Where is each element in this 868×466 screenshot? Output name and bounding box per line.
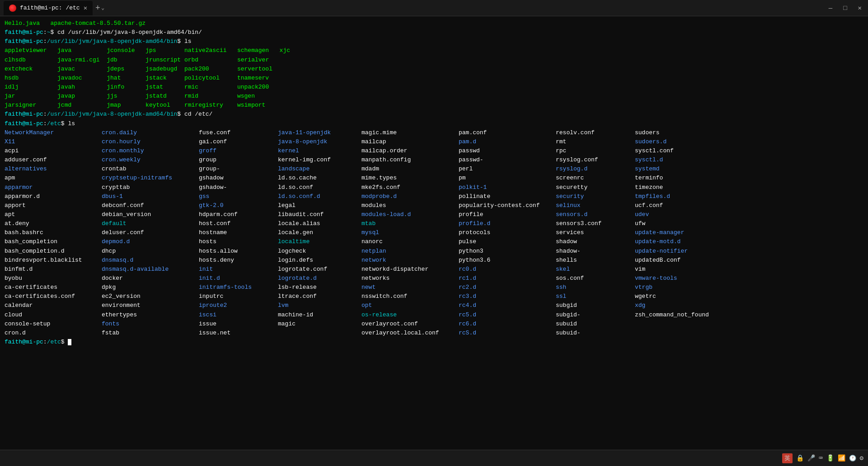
- taskbar-icon-lock: 🔒: [796, 454, 804, 462]
- ls-col8: sudoers sudoers.d sysctl.conf sysctl.d s…: [635, 128, 732, 338]
- taskbar-icon-mic: 🎤: [807, 454, 815, 462]
- taskbar-icon-keyboard: ⌨: [819, 454, 822, 462]
- line-8: idlj javah jinfo jstat rmic unpack200: [5, 83, 863, 92]
- tab-chevron-btn[interactable]: ⌄: [101, 5, 104, 11]
- new-tab-btn[interactable]: +: [95, 4, 100, 13]
- window-controls: — □ ✕: [826, 3, 864, 13]
- maximize-btn[interactable]: □: [840, 4, 849, 13]
- taskbar-icon-settings[interactable]: ⚙: [860, 454, 863, 462]
- line-2: faith@mi-pc:~$ cd /usr/lib/jvm/java-8-op…: [5, 28, 863, 37]
- ls-col2: cron.daily cron.hourly cron.monthly cron…: [102, 128, 199, 338]
- ls-etc-output: NetworkManager X11 acpi adduser.conf alt…: [5, 128, 863, 338]
- terminal-window: faith@mi-pc: /etc ✕ + ⌄ — □ ✕ Hello.java…: [0, 0, 868, 466]
- minimize-btn[interactable]: —: [826, 4, 835, 13]
- line-4: appletviewer java jconsole jps native2as…: [5, 46, 863, 55]
- ls-col7: resolv.conf rmt rpc rsyslog.conf rsyslog…: [556, 128, 635, 338]
- terminal-body[interactable]: Hello.java apache-tomcat-8.5.50.tar.gz f…: [0, 16, 868, 450]
- ls-col1: NetworkManager X11 acpi adduser.conf alt…: [5, 128, 102, 338]
- line-11: faith@mi-pc:/usr/lib/jvm/java-8-openjdk-…: [5, 110, 863, 119]
- close-btn[interactable]: ✕: [855, 3, 864, 13]
- ls-col4: java-11-openjdk java-8-openjdk kernel ke…: [278, 128, 361, 338]
- line-12: faith@mi-pc:/etc$ ls: [5, 119, 863, 128]
- terminal-tab[interactable]: faith@mi-pc: /etc ✕: [4, 1, 93, 15]
- titlebar: faith@mi-pc: /etc ✕ + ⌄ — □ ✕: [0, 0, 868, 16]
- taskbar-icon-battery: 🔋: [826, 454, 834, 462]
- cursor: [68, 339, 71, 345]
- line-7: hsdb javadoc jhat jstack policytool tnam…: [5, 74, 863, 83]
- ls-col6: pam.conf pam.d passwd passwd- perl pm po…: [459, 128, 556, 338]
- ls-col5: magic.mime mailcap mailcap.order manpath…: [361, 128, 459, 338]
- taskbar-icon-clock: 🕐: [849, 455, 856, 462]
- line-3: faith@mi-pc:/usr/lib/jvm/java-8-openjdk-…: [5, 37, 863, 46]
- ls-col3: fuse.conf gai.conf groff group group- gs…: [199, 128, 278, 338]
- line-10: jarsigner jcmd jmap keytool rmiregistry …: [5, 101, 863, 110]
- taskbar: 英 🔒 🎤 ⌨ 🔋 📶 🕐 ⚙: [0, 450, 868, 466]
- tab-close-btn[interactable]: ✕: [84, 4, 87, 12]
- line-9: jar javap jjs jstatd rmid wsgen: [5, 92, 863, 101]
- taskbar-lang[interactable]: 英: [782, 453, 793, 463]
- tab-icon: [9, 5, 16, 12]
- line-5: clhsdb java-rmi.cgi jdb jrunscript orbd …: [5, 56, 863, 65]
- line-1: Hello.java apache-tomcat-8.5.50.tar.gz: [5, 19, 863, 28]
- line-6: extcheck javac jdeps jsadebugd pack200 s…: [5, 65, 863, 74]
- final-prompt-line: faith@mi-pc:/etc$: [5, 338, 863, 347]
- taskbar-icon-network: 📶: [838, 454, 845, 462]
- tab-label: faith@mi-pc: /etc: [20, 5, 80, 11]
